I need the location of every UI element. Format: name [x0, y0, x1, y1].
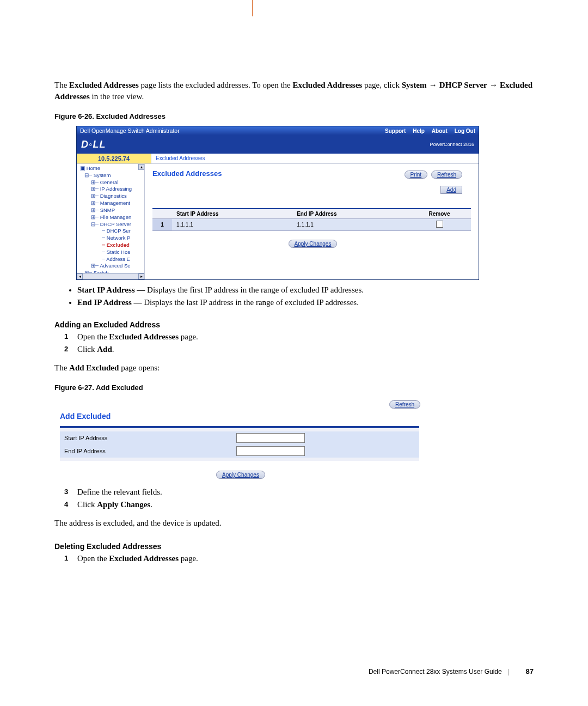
scroll-left-icon[interactable]: ◂ — [77, 273, 83, 279]
table-row: 1 1.1.1.1 1.1.1.1 — [152, 219, 471, 231]
add-button[interactable]: Add — [440, 186, 462, 194]
heading-adding: Adding an Excluded Address — [54, 320, 534, 329]
text-bold: Apply Changes — [97, 500, 150, 509]
text: . — [112, 345, 114, 354]
end-ip-label: End IP Address — [60, 445, 232, 458]
sub-bar: 10.5.225.74 Excluded Addresses — [77, 154, 479, 164]
text: page lists the excluded addresses. To op… — [139, 81, 293, 89]
steps-adding-cont: 3Define the relevant fields. 4Click Appl… — [54, 488, 534, 509]
label: End IP Address — — [77, 298, 144, 307]
about-link[interactable]: About — [432, 128, 448, 134]
field-descriptions: Start IP Address — Displays the first IP… — [77, 285, 534, 307]
intro-paragraph: The Excluded Addresses page lists the ex… — [54, 79, 534, 102]
start-ip-label: Start IP Address — [60, 431, 232, 445]
scroll-horizontal[interactable]: ◂▸ — [77, 273, 144, 279]
text-bold: Excluded Addresses — [109, 554, 179, 563]
tree-address-e[interactable]: ┄ Address E — [80, 256, 143, 263]
heading-deleting: Deleting Excluded Addresses — [54, 542, 534, 551]
text-bold: Excluded Addresses — [69, 81, 139, 89]
crop-mark — [252, 0, 253, 16]
page-footer: Dell PowerConnect 28xx Systems User Guid… — [369, 667, 534, 675]
dell-logo: D◦LL — [81, 139, 106, 150]
refresh-button[interactable]: Refresh — [431, 171, 462, 179]
scroll-right-icon[interactable]: ▸ — [138, 273, 144, 279]
text: Define the relevant fields. — [77, 488, 162, 496]
panel-title: Add Excluded — [60, 412, 425, 421]
scroll-up-icon[interactable]: ▴ — [138, 164, 144, 170]
tree-ip-addressing[interactable]: ⊞┄ IP Addressing — [80, 186, 143, 193]
remove-checkbox[interactable] — [436, 221, 443, 228]
col-remove: Remove — [408, 209, 471, 219]
col-num — [152, 209, 172, 219]
excluded-table: Start IP Address End IP Address Remove 1… — [152, 208, 471, 231]
refresh-button[interactable]: Refresh — [389, 400, 420, 409]
tree-file-manager[interactable]: ⊞┄ File Managen — [80, 214, 143, 221]
device-ip: 10.5.225.74 — [77, 154, 151, 163]
text-bold: Add — [97, 345, 112, 354]
text: Displays the first IP address in the ran… — [147, 285, 364, 294]
text-bold: System — [402, 81, 427, 89]
text: The address is excluded, and the device … — [54, 518, 534, 529]
text: Open the — [77, 332, 109, 341]
end-ip-input[interactable] — [236, 446, 305, 456]
text-bold: DHCP Server — [439, 81, 487, 89]
brand-bar: D◦LL PowerConnect 2816 — [77, 135, 479, 154]
breadcrumb: Excluded Addresses — [151, 154, 210, 163]
add-excluded-panel: Refresh Add Excluded Start IP Address En… — [54, 397, 425, 485]
row-start-ip: 1.1.1.1 — [172, 219, 292, 231]
figure-caption-6-26: Figure 6-26. Excluded Addresses — [54, 112, 534, 120]
text: The — [54, 81, 69, 89]
tree-network-p[interactable]: ┄ Network P — [80, 235, 143, 242]
row-num: 1 — [152, 219, 172, 231]
col-end-ip: End IP Address — [292, 209, 408, 219]
tree-advanced-se[interactable]: ⊞┄ Advanced Se — [80, 263, 143, 270]
tree-dhcp-server[interactable]: ⊟┄ DHCP Server — [80, 221, 143, 228]
row-end-ip: 1.1.1.1 — [292, 219, 408, 231]
help-link[interactable]: Help — [413, 128, 425, 134]
device-model: PowerConnect 2816 — [430, 142, 474, 147]
text-bold: Excluded Addresses — [109, 332, 179, 341]
start-ip-input[interactable] — [236, 433, 305, 443]
window-titlebar: Dell OpenManage Switch Administrator Sup… — [77, 126, 479, 135]
tree-general[interactable]: ⊞┄ General — [80, 179, 143, 186]
tree-diagnostics[interactable]: ⊞┄ Diagnostics — [80, 193, 143, 200]
support-link[interactable]: Support — [385, 128, 406, 134]
add-excluded-form: Start IP Address End IP Address — [60, 426, 419, 461]
nav-tree[interactable]: ▴ ▣ Home ⊟┄ System ⊞┄ General ⊞┄ IP Addr… — [77, 164, 145, 279]
steps-deleting: 1Open the Excluded Addresses page. — [54, 554, 534, 563]
text: Open the — [77, 554, 109, 563]
main-panel: Excluded Addresses Print Refresh Add Sta… — [145, 164, 479, 279]
text: . — [150, 500, 152, 509]
text: The Add Excluded page opens: — [54, 362, 534, 374]
tree-snmp[interactable]: ⊞┄ SNMP — [80, 207, 143, 214]
col-start-ip: Start IP Address — [172, 209, 292, 219]
tree-static-hos[interactable]: ┄ Static Hos — [80, 249, 143, 256]
tree-home[interactable]: ▣ Home — [80, 165, 143, 172]
arrow-icon: → — [427, 80, 439, 89]
arrow-icon: → — [487, 80, 500, 89]
text: page. — [179, 554, 198, 563]
window-title: Dell OpenManage Switch Administrator — [80, 127, 180, 134]
label: Start IP Address — — [77, 285, 147, 294]
text: page. — [179, 332, 198, 341]
print-button[interactable]: Print — [405, 171, 428, 179]
apply-changes-button[interactable]: Apply Changes — [216, 471, 265, 479]
figure-caption-6-27: Figure 6-27. Add Excluded — [54, 384, 534, 392]
logout-link[interactable]: Log Out — [455, 128, 475, 134]
text-bold: Excluded Addresses — [293, 81, 363, 89]
page-number: 87 — [526, 667, 534, 675]
tree-dhcp-ser[interactable]: ┄ DHCP Ser — [80, 228, 143, 235]
text: Click — [77, 345, 97, 354]
steps-adding: 1Open the Excluded Addresses page. 2Clic… — [54, 332, 534, 354]
text: Click — [77, 500, 97, 509]
tree-excluded[interactable]: ┄ Excluded — [80, 242, 143, 249]
apply-changes-button[interactable]: Apply Changes — [289, 240, 338, 248]
text: in the tree view. — [90, 92, 144, 101]
app-window-excluded-addresses: Dell OpenManage Switch Administrator Sup… — [76, 126, 479, 280]
text: Displays the last IP address in the rang… — [144, 298, 359, 307]
text: page, click — [362, 81, 401, 89]
tree-management[interactable]: ⊞┄ Management — [80, 200, 143, 207]
tree-system[interactable]: ⊟┄ System — [80, 172, 143, 179]
footer-guide: Dell PowerConnect 28xx Systems User Guid… — [369, 668, 502, 675]
